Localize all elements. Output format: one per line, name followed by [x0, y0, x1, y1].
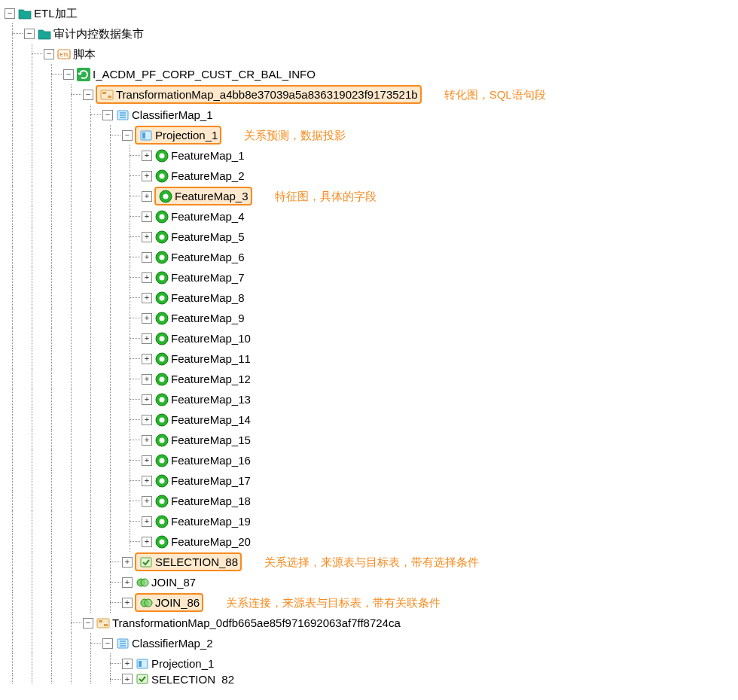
expander-icon[interactable]: − — [63, 69, 74, 80]
tree-label: FeatureMap_2 — [171, 168, 245, 184]
tree-item-featuremap[interactable]: +FeatureMap_19 — [5, 511, 733, 531]
feature-icon — [154, 149, 169, 163]
tree-item-featuremap[interactable]: +FeatureMap_7 — [5, 267, 733, 288]
tree-label: FeatureMap_14 — [171, 412, 251, 428]
expander-icon[interactable]: + — [122, 598, 133, 608]
expander-icon[interactable]: + — [142, 232, 152, 242]
tree-item-featuremap[interactable]: +FeatureMap_14 — [5, 409, 733, 430]
expander-icon[interactable]: + — [122, 674, 133, 684]
expander-icon[interactable]: + — [142, 171, 152, 181]
expander-icon[interactable]: + — [142, 272, 152, 283]
tree-label: FeatureMap_8 — [171, 290, 245, 306]
folder-icon — [37, 27, 52, 41]
feature-icon — [154, 373, 169, 386]
expander-icon[interactable]: + — [142, 313, 152, 324]
tree-label: SELECTION_88 — [155, 554, 238, 570]
transformation-map-icon — [99, 88, 114, 102]
tree-label: FeatureMap_19 — [171, 513, 251, 529]
tree-item-featuremap[interactable]: +FeatureMap_12 — [5, 369, 733, 389]
expander-icon[interactable]: − — [44, 49, 54, 59]
expander-icon[interactable]: + — [142, 212, 152, 222]
tree-item-transformation-map[interactable]: − TransformationMap_a4bb8e37039a5a836319… — [5, 84, 733, 105]
feature-icon — [154, 474, 169, 488]
expander-icon[interactable]: − — [122, 130, 133, 141]
expander-icon[interactable]: − — [83, 618, 93, 628]
transformation-map-icon — [96, 616, 111, 630]
expander-icon[interactable]: + — [142, 333, 152, 344]
expander-icon[interactable]: − — [102, 110, 113, 120]
annotation-text: 关系预测，数据投影 — [244, 127, 346, 143]
tree-item-projection[interactable]: + Projection_1 — [5, 653, 733, 674]
tree-label: FeatureMap_16 — [171, 452, 251, 468]
tree-item-selection[interactable]: + SELECTION_88 关系选择，来源表与目标表，带有选择条件 — [5, 552, 733, 572]
expander-icon[interactable]: − — [24, 29, 35, 39]
feature-icon — [154, 495, 169, 508]
tree-item-featuremap[interactable]: +FeatureMap_6 — [5, 247, 733, 267]
expander-icon[interactable]: + — [122, 577, 133, 588]
expander-icon[interactable]: + — [142, 435, 152, 446]
tree-view: − ETL加工 − 审计内控数据集市 − 脚本 − I_ACDM_PF_CORP… — [5, 3, 733, 684]
feature-icon — [154, 230, 169, 244]
tree-label: FeatureMap_4 — [171, 208, 245, 224]
tree-label: FeatureMap_15 — [171, 432, 251, 448]
tree-item-featuremap[interactable]: +FeatureMap_13 — [5, 389, 733, 409]
expander-icon[interactable]: + — [122, 659, 133, 669]
tree-item-featuremap[interactable]: +FeatureMap_17 — [5, 470, 733, 491]
tree-item-featuremap[interactable]: +FeatureMap_11 — [5, 348, 733, 369]
expander-icon[interactable]: + — [142, 151, 152, 161]
tree-label: JOIN_86 — [155, 595, 200, 610]
feature-icon — [154, 210, 169, 224]
expander-icon[interactable]: + — [142, 252, 152, 263]
annotation-text: 关系连接，来源表与目标表，带有关联条件 — [226, 595, 441, 610]
tree-item[interactable]: − I_ACDM_PF_CORP_CUST_CR_BAL_INFO — [5, 64, 733, 84]
tree-item-featuremap[interactable]: +FeatureMap_9 — [5, 308, 733, 328]
tree-label: ClassifierMap_2 — [132, 635, 213, 651]
expander-icon[interactable]: − — [5, 8, 15, 19]
expander-icon[interactable]: + — [142, 415, 152, 425]
join-icon — [139, 596, 154, 610]
expander-icon[interactable]: + — [142, 374, 152, 385]
feature-icon — [154, 535, 169, 549]
expander-icon[interactable]: + — [142, 354, 152, 364]
tree-item-featuremap[interactable]: +FeatureMap_1 — [5, 145, 733, 166]
tree-label: I_ACDM_PF_CORP_CUST_CR_BAL_INFO — [93, 66, 316, 82]
tree-label: FeatureMap_12 — [171, 371, 251, 387]
tree-item-featuremap[interactable]: +FeatureMap_20 — [5, 531, 733, 552]
tree-item-featuremap[interactable]: +FeatureMap_5 — [5, 227, 733, 247]
classifier-icon — [115, 108, 130, 122]
tree-item-classifier[interactable]: − ClassifierMap_2 — [5, 633, 733, 653]
tree-label: ETL加工 — [34, 5, 78, 21]
tree-item-selection[interactable]: + SELECTION_82 — [5, 674, 733, 684]
tree-item-featuremap[interactable]: +FeatureMap_2 — [5, 166, 733, 186]
feature-icon — [154, 169, 169, 183]
tree-item-classifier[interactable]: − ClassifierMap_1 — [5, 105, 733, 125]
tree-item-join[interactable]: + JOIN_86 关系连接，来源表与目标表，带有关联条件 — [5, 592, 733, 613]
expander-icon[interactable]: + — [142, 293, 152, 303]
tree-item-featuremap[interactable]: +FeatureMap_16 — [5, 450, 733, 470]
tree-item-featuremap[interactable]: +FeatureMap_4 — [5, 206, 733, 227]
tree-item-projection[interactable]: − Projection_1 关系预测，数据投影 — [5, 125, 733, 145]
tree-item-featuremap[interactable]: +FeatureMap_10 — [5, 328, 733, 348]
expander-icon[interactable]: + — [142, 476, 152, 486]
tree-item-join[interactable]: + JOIN_87 — [5, 572, 733, 592]
expander-icon[interactable]: + — [142, 496, 152, 507]
expander-icon[interactable]: − — [83, 90, 93, 100]
tree-item-root[interactable]: − ETL加工 — [5, 3, 733, 23]
join-icon — [135, 576, 150, 589]
tree-item-featuremap[interactable]: +FeatureMap_8 — [5, 288, 733, 308]
etl-icon — [56, 47, 72, 61]
expander-icon[interactable]: + — [142, 455, 152, 466]
tree-item[interactable]: − 脚本 — [5, 44, 733, 64]
expander-icon[interactable]: + — [142, 516, 152, 527]
tree-item-featuremap[interactable]: +FeatureMap_3特征图，具体的字段 — [5, 186, 733, 206]
expander-icon[interactable]: + — [142, 394, 152, 405]
tree-item[interactable]: − 审计内控数据集市 — [5, 23, 733, 44]
tree-item-featuremap[interactable]: +FeatureMap_18 — [5, 491, 733, 511]
tree-item-featuremap[interactable]: +FeatureMap_15 — [5, 430, 733, 450]
expander-icon[interactable]: + — [142, 537, 152, 547]
expander-icon[interactable]: + — [142, 191, 152, 202]
tree-item-transformation-map[interactable]: − TransformationMap_0dfb665ae85f97169206… — [5, 613, 733, 633]
selection-icon — [139, 555, 154, 569]
expander-icon[interactable]: − — [102, 638, 113, 649]
expander-icon[interactable]: + — [122, 557, 133, 568]
